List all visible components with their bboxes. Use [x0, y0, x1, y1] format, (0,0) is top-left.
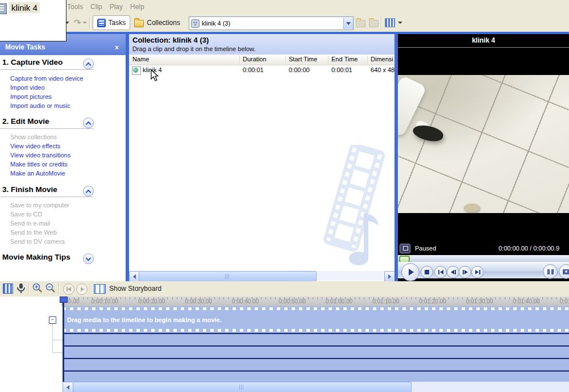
collection-combo-value: klinik 4 (3)	[202, 20, 230, 27]
sidebar-link[interactable]: Import audio or music	[0, 101, 126, 110]
column-header-name[interactable]: Name	[132, 56, 149, 62]
scroll-right-button[interactable]	[384, 271, 394, 281]
menu-item[interactable]: Clip	[90, 0, 102, 11]
zoom-in-icon[interactable]	[32, 283, 43, 293]
menu-item[interactable]: Tools	[67, 0, 83, 11]
back-to-start-button[interactable]	[434, 266, 447, 278]
toolbar-separator	[89, 16, 90, 29]
column-header-duration[interactable]: Duration	[243, 56, 267, 62]
sidebar-link: Send to the Web	[0, 228, 126, 237]
sidebar-link[interactable]: View video transitions	[0, 151, 126, 160]
up-one-level-icon[interactable]	[356, 20, 366, 27]
timeline-horizontal-scrollbar[interactable]	[63, 382, 569, 392]
chevron-up-icon	[86, 62, 92, 68]
column-header-start-time[interactable]: Start Time	[289, 56, 317, 62]
playhead-handle[interactable]	[60, 297, 68, 303]
previous-frame-button[interactable]	[447, 266, 459, 278]
clip-row[interactable]: klinik 4 0:00:01 0:00:00 0:00:01 640 x 4…	[129, 65, 394, 76]
edit-movie-links: Show collectionsView video effectsView v…	[0, 132, 126, 178]
sidebar-link: Show collections	[0, 132, 126, 141]
views-icon[interactable]	[385, 18, 395, 27]
redo-dropdown-icon[interactable]	[82, 22, 87, 24]
sidebar-link[interactable]: View video effects	[0, 141, 126, 151]
close-icon[interactable]: ×	[115, 45, 119, 51]
sidebar-link[interactable]: Make an AutoMovie	[0, 169, 126, 178]
scrollbar-thumb[interactable]	[73, 382, 412, 392]
clip-end-time: 0:00:01	[331, 66, 352, 73]
column-header-end-time[interactable]: End Time	[331, 56, 358, 62]
next-frame-button[interactable]	[459, 266, 471, 278]
toolbar-separator	[381, 16, 382, 29]
fullscreen-icon[interactable]	[400, 244, 410, 253]
playback-controls	[398, 262, 569, 278]
clip-duration: 0:00:01	[243, 66, 264, 73]
clip-dimensions: 640 x 48	[371, 66, 394, 73]
audio-track[interactable]	[63, 345, 569, 358]
collection-horizontal-scrollbar[interactable]	[129, 271, 394, 281]
menu-item[interactable]: Play	[110, 0, 123, 11]
title-overlay-track[interactable]	[63, 370, 569, 383]
forward-to-end-button[interactable]	[471, 266, 484, 278]
collection-combobox[interactable]: klinik 4 (3)	[189, 16, 354, 30]
take-picture-button[interactable]	[559, 264, 569, 279]
preview-status-bar: Paused 0:00:00.00 / 0:00:00.9	[398, 243, 569, 255]
ruler-label: 0:01:10.00	[372, 298, 399, 305]
collapse-finish-movie-button[interactable]	[83, 186, 94, 197]
sidebar-link[interactable]: Import video	[0, 83, 126, 92]
redo-icon[interactable]: ↷	[74, 18, 81, 28]
menu-item[interactable]: Help	[130, 0, 144, 11]
show-storyboard-button[interactable]: Show Storyboard	[94, 282, 161, 295]
ruler-label: 0:00:40.00	[232, 298, 259, 305]
collapse-video-track-button[interactable]: −	[49, 316, 56, 324]
chevron-up-icon	[86, 121, 92, 127]
play-button[interactable]	[401, 263, 420, 281]
column-header-dimensions[interactable]: Dimensi	[371, 56, 393, 62]
track-connector	[52, 324, 53, 352]
stop-button[interactable]	[421, 266, 433, 278]
movie-tasks-pane: Movie Tasks × 1. Capture Video Capture f…	[0, 34, 126, 281]
collection-header: Collection: klinik 4 (3) Drag a clip and…	[129, 34, 394, 55]
video-frame	[398, 75, 569, 213]
section-divider	[0, 197, 94, 197]
section-title-movie-making-tips: Movie Making Tips	[2, 253, 70, 261]
clip-icon	[0, 3, 7, 14]
mouse-cursor	[151, 69, 159, 82]
sidebar-link[interactable]: Make titles or credits	[0, 160, 126, 169]
timeline-ruler[interactable]: 0.00 0:00:10.000:00:20.000:00:30.000:00:…	[61, 297, 569, 307]
collapse-edit-movie-button[interactable]	[83, 118, 94, 128]
ruler-label: 0:00:20.00	[138, 298, 165, 305]
views-dropdown-icon[interactable]	[398, 22, 402, 24]
tasks-button[interactable]: Tasks	[93, 15, 131, 30]
sidebar-link: Save to CD	[0, 210, 126, 219]
sidebar-link: Send to DV camera	[0, 237, 126, 246]
play-timeline-button[interactable]	[76, 283, 88, 295]
scrollbar-thumb[interactable]	[139, 271, 317, 281]
sidebar-link[interactable]: Import pictures	[0, 92, 126, 101]
rewind-timeline-button[interactable]	[63, 283, 74, 295]
collapse-capture-video-button[interactable]	[83, 59, 94, 69]
zoom-out-icon[interactable]	[45, 283, 56, 293]
ruler-label: 0:00:10.00	[92, 298, 118, 305]
sidebar-link[interactable]: Capture from video device	[0, 74, 126, 83]
split-clip-button[interactable]	[543, 264, 558, 279]
audio-music-track[interactable]	[63, 358, 569, 370]
scroll-left-button[interactable]	[63, 382, 73, 392]
preview-pane: klinik 4 Paused 0:00:00.00 / 0:00:00.9	[398, 34, 569, 281]
ruler-label: 0:01:40.00	[513, 298, 539, 305]
collections-button[interactable]: Collections	[130, 16, 184, 30]
combo-dropdown-button[interactable]	[343, 18, 353, 29]
collection-reel-icon	[191, 19, 200, 28]
shoe	[412, 123, 445, 144]
section-divider	[0, 128, 94, 129]
video-track[interactable]: Drag media to the timeline to begin maki…	[63, 306, 569, 333]
expand-movie-making-tips-button[interactable]	[83, 253, 94, 264]
section-title-capture-video: 1. Capture Video	[2, 58, 63, 66]
seek-bar[interactable]	[398, 255, 569, 262]
new-collection-folder-icon[interactable]	[369, 20, 379, 27]
narrate-timeline-icon[interactable]	[15, 283, 26, 294]
transition-track[interactable]	[63, 333, 569, 345]
audio-levels-icon[interactable]	[3, 283, 13, 294]
chevron-down-icon	[86, 256, 92, 261]
playback-status: Paused	[415, 245, 436, 252]
preview-title: klinik 4	[398, 36, 569, 44]
